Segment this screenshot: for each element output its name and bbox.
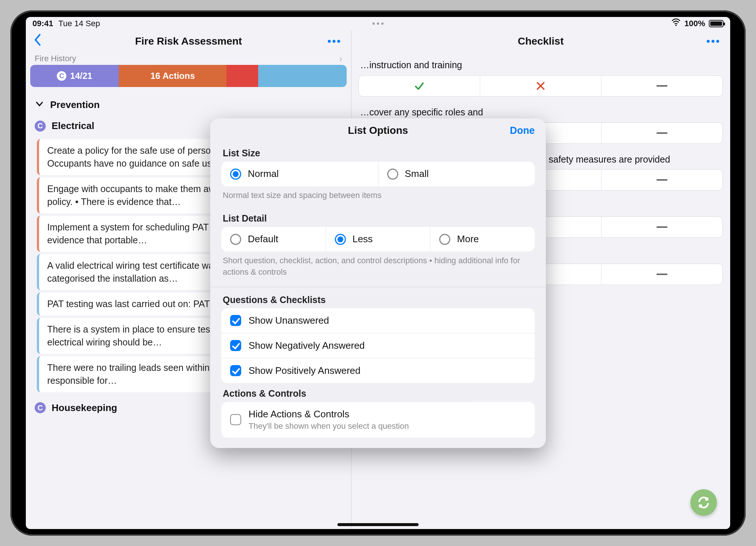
- home-indicator[interactable]: [337, 523, 419, 526]
- c-badge-icon: C: [35, 402, 46, 413]
- checklist-count-tab[interactable]: C 14/21: [30, 65, 119, 87]
- checkbox-checked-icon: [230, 315, 241, 326]
- list-detail-more-label: More: [457, 233, 479, 245]
- c-badge-icon: C: [35, 121, 46, 132]
- list-size-group: Normal Small: [221, 162, 535, 187]
- blue-segment-tab[interactable]: [258, 65, 347, 87]
- answer-no-button[interactable]: [480, 76, 601, 96]
- chevron-right-icon: ›: [339, 53, 343, 65]
- checkbox-checked-icon: [230, 340, 241, 351]
- subsection-housekeeping-label: Housekeeping: [52, 402, 117, 414]
- questions-checklists-group: Show Unanswered Show Negatively Answered…: [221, 308, 535, 383]
- wifi-icon: [671, 18, 681, 29]
- left-pane-title: Fire Risk Assessment: [135, 35, 242, 47]
- actions-count-tab[interactable]: 16 Actions: [119, 65, 226, 87]
- status-time: 09:41: [32, 19, 53, 28]
- list-detail-default[interactable]: Default: [221, 227, 326, 251]
- red-segment-tab[interactable]: [226, 65, 258, 87]
- left-pane-header: Fire Risk Assessment •••: [26, 30, 351, 52]
- list-size-label: List Size: [210, 143, 546, 162]
- left-pane-more-button[interactable]: •••: [327, 35, 341, 47]
- c-badge-icon: C: [57, 71, 66, 81]
- radio-unselected-icon: [439, 234, 450, 245]
- back-button[interactable]: [33, 33, 41, 50]
- answer-na-button[interactable]: [601, 76, 722, 96]
- answer-na-button[interactable]: [601, 217, 722, 237]
- answer-na-button[interactable]: [601, 264, 722, 285]
- previous-section-label: Fire History: [35, 54, 76, 63]
- list-options-modal: List Options Done List Size Normal Small…: [210, 119, 546, 448]
- checklist-question: …instruction and training: [358, 55, 723, 75]
- list-detail-group: Default Less More: [221, 227, 535, 251]
- section-prevention-label: Prevention: [50, 99, 100, 111]
- show-positive-label: Show Positively Answered: [249, 365, 360, 376]
- dash-icon: [656, 226, 667, 228]
- actions-controls-label: Actions & Controls: [210, 383, 546, 402]
- radio-selected-icon: [230, 168, 241, 180]
- list-detail-label: List Detail: [210, 208, 546, 227]
- radio-unselected-icon: [230, 234, 241, 245]
- show-unanswered-label: Show Unanswered: [249, 315, 329, 326]
- dash-icon: [656, 85, 667, 87]
- dash-icon: [656, 132, 667, 134]
- previous-section-row[interactable]: Fire History ›: [26, 52, 351, 65]
- status-bar: 09:41 Tue 14 Sep 100%: [26, 17, 730, 30]
- show-negative-label: Show Negatively Answered: [249, 340, 365, 351]
- modal-title: List Options: [348, 125, 408, 137]
- done-button[interactable]: Done: [510, 125, 535, 136]
- hide-actions-controls-label: Hide Actions & Controls: [249, 408, 409, 420]
- battery-percent: 100%: [684, 19, 705, 28]
- checkbox-unchecked-icon: [230, 414, 241, 425]
- chevron-down-icon: [35, 99, 44, 111]
- right-pane-more-button[interactable]: •••: [707, 35, 721, 47]
- radio-unselected-icon: [387, 168, 398, 180]
- summary-tab-strip: C 14/21 16 Actions: [30, 65, 347, 87]
- list-size-helper: Normal text size and spacing between ite…: [210, 187, 546, 208]
- checkbox-checked-icon: [230, 365, 241, 376]
- subsection-electrical-label: Electrical: [52, 120, 94, 132]
- list-size-small-label: Small: [405, 168, 429, 180]
- list-detail-helper: Short question, checklist, action, and c…: [210, 251, 546, 285]
- list-size-normal[interactable]: Normal: [221, 162, 378, 187]
- list-size-normal-label: Normal: [248, 168, 279, 180]
- actions-controls-group: Hide Actions & Controls They'll be shown…: [221, 402, 535, 438]
- answer-yes-button[interactable]: [359, 76, 480, 96]
- list-detail-less-label: Less: [353, 233, 373, 245]
- radio-selected-icon: [335, 234, 346, 245]
- actions-count: 16 Actions: [150, 71, 195, 81]
- svg-point-0: [675, 25, 677, 26]
- list-detail-more[interactable]: More: [430, 227, 535, 251]
- answer-na-button[interactable]: [601, 170, 722, 190]
- show-positive-toggle[interactable]: Show Positively Answered: [221, 358, 535, 383]
- checklist-count: 14/21: [70, 71, 92, 81]
- list-detail-less[interactable]: Less: [326, 227, 431, 251]
- sync-fab[interactable]: [690, 489, 717, 516]
- dash-icon: [656, 274, 667, 275]
- show-unanswered-toggle[interactable]: Show Unanswered: [221, 308, 535, 333]
- list-size-small[interactable]: Small: [378, 162, 535, 187]
- dash-icon: [656, 179, 667, 181]
- checklist-answer-row: [358, 75, 723, 97]
- list-detail-default-label: Default: [248, 233, 278, 245]
- questions-checklists-label: Questions & Checklists: [210, 289, 546, 308]
- answer-na-button[interactable]: [601, 123, 722, 143]
- section-prevention-header[interactable]: Prevention: [26, 94, 351, 115]
- right-pane-title: Checklist: [518, 35, 564, 47]
- multitask-dots-icon[interactable]: [372, 22, 384, 25]
- hide-actions-controls-sublabel: They'll be shown when you select a quest…: [249, 421, 409, 431]
- right-pane-header: Checklist •••: [351, 30, 730, 52]
- battery-icon: [709, 20, 724, 27]
- hide-actions-controls-toggle[interactable]: Hide Actions & Controls They'll be shown…: [221, 402, 535, 438]
- status-date: Tue 14 Sep: [58, 19, 100, 28]
- show-negative-toggle[interactable]: Show Negatively Answered: [221, 333, 535, 358]
